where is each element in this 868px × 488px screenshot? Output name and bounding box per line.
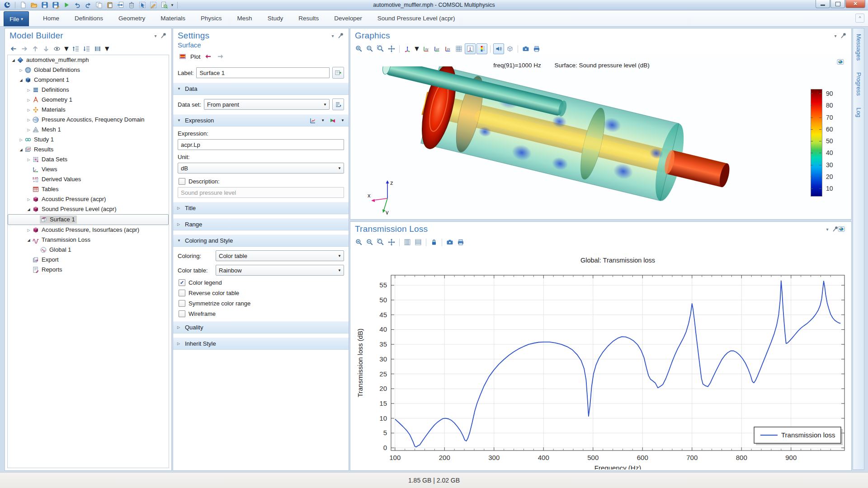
tree-expander[interactable]: ▷ bbox=[26, 228, 32, 232]
tree-item-mesh-1[interactable]: ▷Mesh 1 bbox=[8, 125, 169, 135]
pin-icon[interactable] bbox=[840, 32, 848, 40]
section-quality[interactable]: ▷Quality bbox=[173, 321, 349, 333]
chevron-down-icon[interactable]: ▼ bbox=[341, 118, 344, 122]
undo-icon[interactable] bbox=[73, 0, 82, 9]
open-icon[interactable] bbox=[29, 0, 38, 9]
go-forward-button[interactable] bbox=[19, 44, 29, 54]
replace-expression-button[interactable] bbox=[328, 116, 338, 126]
tree-item-transmission-loss[interactable]: ◢Transmission Loss bbox=[8, 235, 169, 245]
tree-expander[interactable]: ▷ bbox=[26, 88, 32, 92]
tree-expander[interactable]: ▷ bbox=[26, 197, 32, 202]
description-input[interactable]: Sound pressure level bbox=[178, 187, 344, 198]
select-icon[interactable] bbox=[138, 0, 147, 9]
chevron-down-icon[interactable]: ▼ bbox=[321, 118, 325, 122]
restore-button[interactable] bbox=[830, 0, 845, 8]
section-expression[interactable]: ▼Expression ▼ ▼ bbox=[173, 114, 349, 127]
ribbon-tab-results[interactable]: Results bbox=[291, 10, 326, 26]
tree-item-acoustic-pressure-acpr[interactable]: ▷Acoustic Pressure (acpr) bbox=[8, 194, 169, 204]
tree-item-study-1[interactable]: ▷Study 1 bbox=[8, 135, 169, 145]
lock-button[interactable] bbox=[429, 237, 439, 247]
tree-item-global-definitions[interactable]: ▷Global Definitions bbox=[8, 65, 169, 75]
zoom-extents-button[interactable] bbox=[387, 237, 396, 247]
grid-button[interactable] bbox=[454, 44, 464, 54]
zoom-in-button[interactable] bbox=[354, 237, 364, 247]
color-legend-button[interactable] bbox=[476, 43, 487, 54]
ribbon-tab-definitions[interactable]: Definitions bbox=[67, 10, 111, 26]
panel-menu-icon[interactable]: ▾ bbox=[329, 32, 337, 40]
insert-icon[interactable] bbox=[116, 0, 125, 9]
save-as-icon[interactable] bbox=[51, 0, 60, 9]
tree-expander[interactable]: ◢ bbox=[18, 78, 24, 82]
ribbon-tab-study[interactable]: Study bbox=[260, 10, 291, 26]
move-up-button[interactable] bbox=[30, 44, 40, 54]
go-back-button[interactable] bbox=[9, 44, 19, 54]
ribbon-tab-mesh[interactable]: Mesh bbox=[230, 10, 260, 26]
reverse-color-table-checkbox[interactable] bbox=[179, 290, 185, 296]
view-xy-button[interactable]: xy bbox=[421, 44, 431, 54]
tree-item-export[interactable]: Export bbox=[8, 255, 169, 265]
tree-item-geometry-1[interactable]: ▷Geometry 1 bbox=[8, 95, 169, 105]
print-button[interactable] bbox=[532, 44, 542, 54]
expression-input[interactable]: acpr.Lp bbox=[178, 139, 344, 150]
tree-expander[interactable]: ◢ bbox=[26, 238, 32, 242]
section-title[interactable]: ▷Title bbox=[173, 202, 349, 214]
zoom-out-button[interactable] bbox=[365, 237, 375, 247]
switch-data-button[interactable] bbox=[332, 99, 344, 110]
data-set-select[interactable]: From parent▼ bbox=[204, 99, 330, 110]
close-button[interactable]: ✕ bbox=[845, 0, 865, 8]
tree-expander[interactable]: ◢ bbox=[26, 207, 32, 211]
tree-expander[interactable]: ▷ bbox=[26, 98, 32, 102]
panel-menu-icon[interactable]: ▾ bbox=[151, 32, 160, 40]
copy-icon[interactable] bbox=[94, 0, 104, 9]
zoom-box-button[interactable] bbox=[376, 44, 386, 54]
tree-item-global-1[interactable]: Global 1 bbox=[8, 245, 169, 255]
move-down-button[interactable] bbox=[41, 44, 51, 54]
view-yz-button[interactable]: yz bbox=[432, 44, 442, 54]
color-legend-checkbox[interactable]: ✓ bbox=[179, 279, 185, 286]
coloring-select[interactable]: Color table▼ bbox=[216, 250, 344, 261]
ribbon-tab-home[interactable]: Home bbox=[35, 10, 67, 26]
ribbon-tab-materials[interactable]: Materials bbox=[153, 10, 193, 26]
view-zx-button[interactable]: zx bbox=[443, 44, 453, 54]
chevron-down-icon[interactable]: ▼ bbox=[104, 45, 111, 53]
collapse-ribbon-button[interactable]: ^ bbox=[855, 14, 864, 23]
panel-menu-icon[interactable]: ▾ bbox=[823, 225, 831, 233]
tree-item-component-1[interactable]: ◢Component 1 bbox=[8, 75, 169, 85]
section-data[interactable]: ▼Data bbox=[173, 83, 349, 95]
pin-icon[interactable] bbox=[160, 32, 168, 40]
unit-select[interactable]: dB▼ bbox=[178, 163, 344, 174]
dock-tab-log[interactable]: Log bbox=[855, 108, 862, 117]
ribbon-tab-geometry[interactable]: Geometry bbox=[111, 10, 153, 26]
insert-expression-button[interactable] bbox=[308, 116, 318, 126]
file-menu-button[interactable]: File ▾ bbox=[4, 11, 29, 26]
description-checkbox[interactable] bbox=[179, 178, 185, 185]
snapshot-button[interactable] bbox=[521, 44, 531, 54]
x-grid-button[interactable] bbox=[402, 237, 412, 247]
tree-item-acoustic-pressure-isosurfaces-acpr[interactable]: ▷Acoustic Pressure, Isosurfaces (acpr) bbox=[8, 225, 169, 235]
transparency-button[interactable] bbox=[505, 44, 515, 54]
snapshot-button[interactable] bbox=[445, 237, 455, 247]
tree-expander[interactable]: ▷ bbox=[18, 68, 24, 72]
section-range[interactable]: ▷Range bbox=[173, 218, 349, 230]
muffler-3d-view[interactable] bbox=[375, 66, 782, 206]
tree-item-tables[interactable]: Tables bbox=[8, 184, 169, 194]
tree-item-definitions[interactable]: ▷Definitions bbox=[8, 85, 169, 95]
save-icon[interactable] bbox=[40, 0, 49, 9]
chevron-down-icon[interactable]: ▼ bbox=[413, 45, 420, 53]
orientation-button[interactable] bbox=[402, 44, 412, 54]
collapse-all-button[interactable] bbox=[71, 44, 81, 54]
tree-item-materials[interactable]: ▷Materials bbox=[8, 105, 169, 115]
redo-icon[interactable] bbox=[84, 0, 93, 9]
label-field[interactable]: Surface 1 bbox=[196, 67, 330, 78]
sound-button[interactable] bbox=[493, 43, 504, 54]
tree-item-views[interactable]: Views bbox=[8, 164, 169, 174]
tree-item-sound-pressure-level-acpr[interactable]: ◢Sound Pressure Level (acpr) bbox=[8, 204, 169, 214]
comsol-logo[interactable] bbox=[3, 0, 12, 9]
tree-item-pressure-acoustics-frequency-domain[interactable]: ▷Pressure Acoustics, Frequency Domain bbox=[8, 115, 169, 125]
tree-expander[interactable]: ▷ bbox=[26, 108, 32, 112]
graphics-plot-area[interactable]: freq(91)=1000 Hz Surface: Sound pressure… bbox=[351, 55, 850, 218]
zoom-in-button[interactable] bbox=[354, 44, 364, 54]
symmetrize-color-range-checkbox[interactable] bbox=[179, 300, 185, 307]
plot-window-icon[interactable] bbox=[838, 225, 847, 235]
ribbon-tab-developer[interactable]: Developer bbox=[326, 10, 370, 26]
